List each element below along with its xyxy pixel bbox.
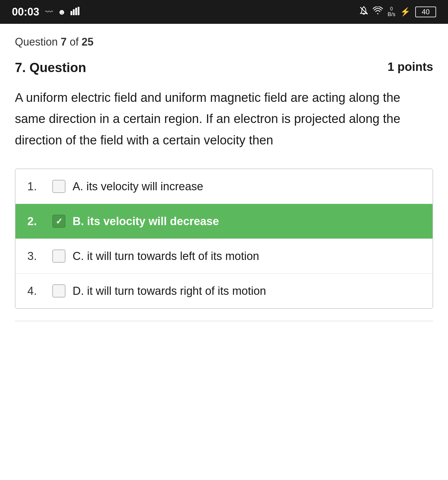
option-label-3: C. it will turn towards left of its moti… <box>73 250 259 263</box>
option-row-2[interactable]: 2. B. its velocity will decrease <box>15 204 433 239</box>
option-row-3[interactable]: 3. C. it will turn towards left of its m… <box>15 239 433 274</box>
question-counter: Question 7 of 25 <box>15 36 433 48</box>
battery-container: 40 <box>415 7 436 17</box>
checkbox-2[interactable] <box>52 215 65 228</box>
checkbox-1[interactable] <box>52 180 65 193</box>
bps-display: 0 B/s <box>388 6 395 17</box>
option-label-1: A. its velocity will increase <box>73 180 203 193</box>
option-label-4: D. it will turn towards right of its mot… <box>73 285 266 297</box>
question-title: 7. Question <box>15 60 86 75</box>
wave-icon: 〰 <box>45 7 53 17</box>
svg-rect-0 <box>71 11 72 15</box>
main-content: Question 7 of 25 7. Question 1 points A … <box>0 24 448 333</box>
option-row-1[interactable]: 1. A. its velocity will increase <box>15 169 433 204</box>
wifi-icon <box>373 7 383 17</box>
counter-total: 25 <box>82 36 93 48</box>
svg-rect-3 <box>78 7 79 15</box>
counter-prefix: Question <box>15 36 61 48</box>
counter-current: 7 <box>61 36 67 48</box>
option-number-2: 2. <box>27 215 45 228</box>
options-container: 1. A. its velocity will increase 2. B. i… <box>15 169 433 309</box>
status-left: 00:03 〰 ☻ <box>12 6 79 18</box>
bps-text: B/s <box>388 12 395 18</box>
battery-level: 40 <box>415 7 436 17</box>
option-row-4[interactable]: 4. D. it will turn towards right of its … <box>15 274 433 308</box>
option-label-2: B. its velocity will decrease <box>73 215 219 228</box>
bolt-icon: ⚡ <box>400 7 411 17</box>
question-body: A uniform electric field and uniform mag… <box>15 87 433 151</box>
question-header: 7. Question 1 points <box>15 60 433 75</box>
option-number-3: 3. <box>27 250 45 263</box>
status-bar: 00:03 〰 ☻ <box>0 0 448 24</box>
svg-rect-1 <box>73 9 75 15</box>
question-points: 1 points <box>388 60 433 74</box>
option-number-1: 1. <box>27 180 45 193</box>
face-icon: ☻ <box>58 7 66 17</box>
checkbox-4[interactable] <box>52 284 65 297</box>
counter-middle: of <box>67 36 82 48</box>
svg-rect-2 <box>75 8 77 15</box>
status-right: 0 B/s ⚡ 40 <box>360 6 436 17</box>
chart-icon <box>71 7 79 17</box>
bell-icon <box>360 6 368 17</box>
status-time: 00:03 <box>12 6 39 18</box>
divider <box>15 321 433 321</box>
status-icons: 〰 ☻ <box>45 7 79 17</box>
option-number-4: 4. <box>27 285 45 297</box>
checkbox-3[interactable] <box>52 250 65 263</box>
bps-zero: 0 <box>390 6 393 12</box>
